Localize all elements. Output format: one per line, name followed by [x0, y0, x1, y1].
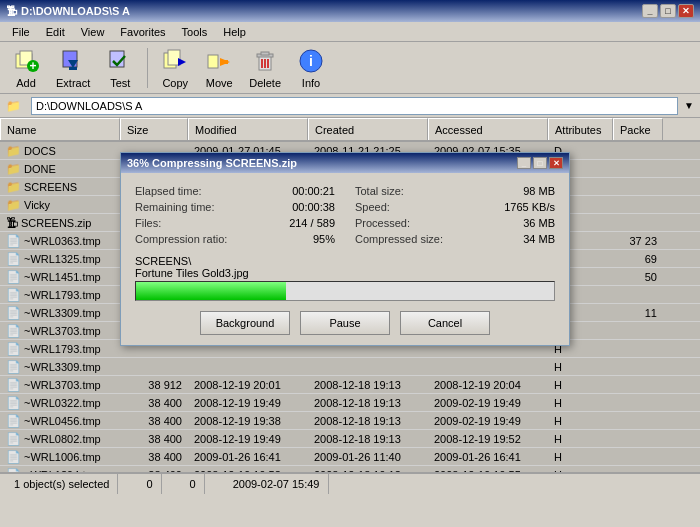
svg-rect-13: [220, 60, 228, 64]
delete-label: Delete: [249, 77, 281, 89]
main-area: 📁 DOCS 2009-01-27 01:45 2008-11-21 21:25…: [0, 142, 700, 472]
move-icon: [205, 47, 233, 75]
delete-button[interactable]: Delete: [243, 44, 287, 92]
copy-label: Copy: [162, 77, 188, 89]
info-label: Info: [302, 77, 320, 89]
progress-fill: [136, 282, 286, 300]
col-accessed[interactable]: Accessed: [428, 118, 548, 140]
delete-icon: [251, 47, 279, 75]
menu-tools[interactable]: Tools: [174, 24, 216, 40]
add-icon: +: [12, 47, 40, 75]
maximize-button[interactable]: □: [660, 4, 676, 18]
extract-label: Extract: [56, 77, 90, 89]
menu-file[interactable]: File: [4, 24, 38, 40]
svg-rect-16: [261, 52, 269, 55]
minimize-button[interactable]: _: [642, 4, 658, 18]
app-icon: 🗜: [6, 5, 17, 17]
speed-value: 1765 KB/s: [504, 201, 555, 213]
menu-help[interactable]: Help: [215, 24, 254, 40]
compress-dialog: 36% Compressing SCREENS.zip _ □ ✕ Elapse…: [120, 152, 570, 346]
svg-marker-10: [178, 58, 186, 66]
speed-label: Speed:: [355, 201, 390, 213]
col-created[interactable]: Created: [308, 118, 428, 140]
status-count-text: 0: [146, 478, 152, 490]
total-value: 98 MB: [523, 185, 555, 197]
status-selected-text: 1 object(s) selected: [14, 478, 109, 490]
modal-title-bar: 36% Compressing SCREENS.zip _ □ ✕: [121, 153, 569, 173]
modal-buttons: Background Pause Cancel: [135, 311, 555, 335]
col-modified[interactable]: Modified: [188, 118, 308, 140]
remaining-label: Remaining time:: [135, 201, 214, 213]
test-label: Test: [110, 77, 130, 89]
address-path: D:\DOWNLOADS\S A: [36, 100, 142, 112]
test-button[interactable]: Test: [100, 44, 140, 92]
modal-overlay: 36% Compressing SCREENS.zip _ □ ✕ Elapse…: [0, 142, 700, 472]
cancel-button[interactable]: Cancel: [400, 311, 490, 335]
remaining-value: 00:00:38: [292, 201, 335, 213]
copy-button[interactable]: Copy: [155, 44, 195, 92]
processed-label: Processed:: [355, 217, 410, 229]
pause-button[interactable]: Pause: [300, 311, 390, 335]
compressed-label: Compressed size:: [355, 233, 443, 245]
col-attributes[interactable]: Attributes: [548, 118, 613, 140]
col-name[interactable]: Name: [0, 118, 120, 140]
extract-button[interactable]: Extract: [50, 44, 96, 92]
move-label: Move: [206, 77, 233, 89]
info-icon: i: [297, 47, 325, 75]
title-bar: 🗜 D:\DOWNLOADS\S A _ □ ✕: [0, 0, 700, 22]
background-button[interactable]: Background: [200, 311, 290, 335]
status-size-text: 0: [190, 478, 196, 490]
svg-text:+: +: [29, 59, 36, 73]
elapsed-label: Elapsed time:: [135, 185, 202, 197]
modal-minimize[interactable]: _: [517, 157, 531, 169]
progress-bar: [135, 281, 555, 301]
menu-favorites[interactable]: Favorites: [112, 24, 173, 40]
status-datetime: 2009-02-07 15:49: [225, 474, 329, 494]
status-size: 0: [182, 474, 205, 494]
address-field[interactable]: D:\DOWNLOADS\S A: [31, 97, 678, 115]
svg-rect-11: [208, 55, 218, 68]
copy-icon: [161, 47, 189, 75]
close-button[interactable]: ✕: [678, 4, 694, 18]
modal-close[interactable]: ✕: [549, 157, 563, 169]
elapsed-value: 00:00:21: [292, 185, 335, 197]
add-button[interactable]: + Add: [6, 44, 46, 92]
address-dropdown-icon[interactable]: ▼: [684, 100, 694, 111]
files-value: 214 / 589: [289, 217, 335, 229]
menu-bar: File Edit View Favorites Tools Help: [0, 22, 700, 42]
processed-value: 36 MB: [523, 217, 555, 229]
current-file: Fortune Tiles Gold3.jpg: [135, 267, 249, 279]
compression-value: 95%: [313, 233, 335, 245]
status-datetime-text: 2009-02-07 15:49: [233, 478, 320, 490]
column-headers: Name Size Modified Created Accessed Attr…: [0, 118, 700, 142]
info-button[interactable]: i Info: [291, 44, 331, 92]
files-label: Files:: [135, 217, 161, 229]
col-size[interactable]: Size: [120, 118, 188, 140]
status-selected: 1 object(s) selected: [6, 474, 118, 494]
add-label: Add: [16, 77, 36, 89]
modal-title-text: 36% Compressing SCREENS.zip: [127, 157, 297, 169]
folder-icon: 📁: [6, 99, 21, 113]
window-title: D:\DOWNLOADS\S A: [21, 5, 130, 17]
col-packed[interactable]: Packe: [613, 118, 663, 140]
compression-label: Compression ratio:: [135, 233, 227, 245]
status-bar: 1 object(s) selected 0 0 2009-02-07 15:4…: [0, 472, 700, 494]
extract-icon: [59, 47, 87, 75]
total-label: Total size:: [355, 185, 404, 197]
compressed-value: 34 MB: [523, 233, 555, 245]
current-dir: SCREENS\: [135, 255, 191, 267]
status-count: 0: [138, 474, 161, 494]
move-button[interactable]: Move: [199, 44, 239, 92]
svg-rect-6: [69, 67, 77, 70]
test-icon: [106, 47, 134, 75]
svg-text:i: i: [309, 53, 313, 69]
menu-view[interactable]: View: [73, 24, 113, 40]
address-bar: 📁 D:\DOWNLOADS\S A ▼: [0, 94, 700, 118]
toolbar: + Add Extract Test: [0, 42, 700, 94]
modal-maximize[interactable]: □: [533, 157, 547, 169]
toolbar-separator-1: [147, 48, 148, 88]
menu-edit[interactable]: Edit: [38, 24, 73, 40]
